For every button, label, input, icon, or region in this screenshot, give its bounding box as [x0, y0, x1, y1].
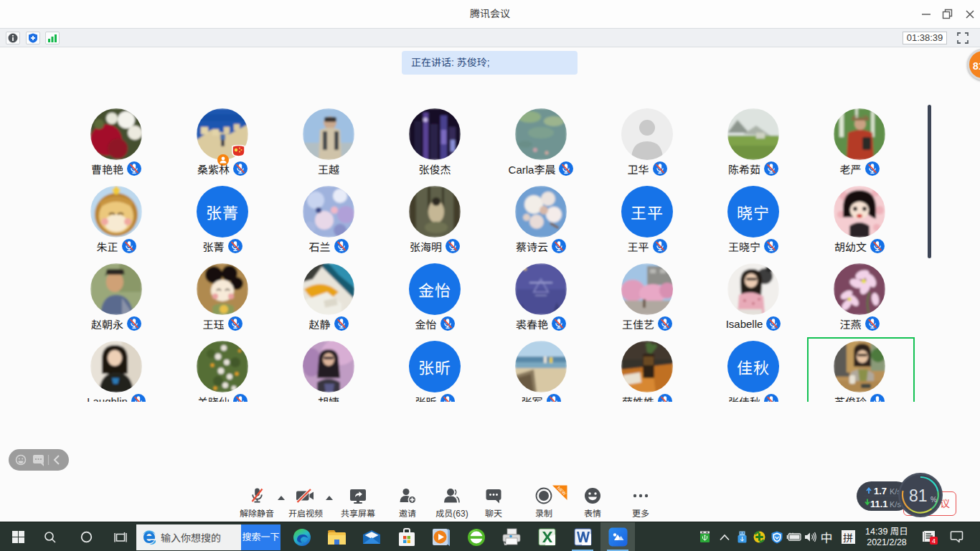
- svg-text:11.1: 11.1: [870, 499, 888, 509]
- svg-text:4: 4: [932, 537, 936, 545]
- svg-text:1.7: 1.7: [874, 486, 887, 496]
- svg-text:81: 81: [909, 486, 928, 505]
- svg-text:%: %: [930, 496, 937, 504]
